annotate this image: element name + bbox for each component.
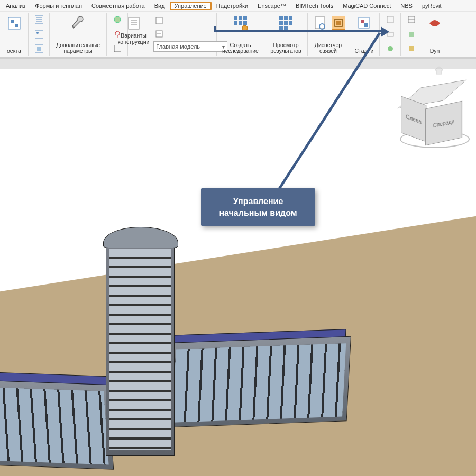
svg-rect-45 [387, 32, 393, 36]
misc4-icon[interactable] [406, 14, 417, 25]
menu-addins[interactable]: Надстройки [212, 2, 253, 10]
study-grid-icon [232, 15, 249, 32]
svg-rect-1 [11, 20, 14, 23]
callout-line2: начальным видом [219, 208, 297, 217]
menu-analysis[interactable]: Анализ [1, 2, 30, 10]
opt2-icon[interactable] [153, 28, 165, 40]
opt1-icon[interactable] [153, 15, 165, 26]
list1-icon[interactable] [33, 14, 45, 25]
svg-rect-26 [234, 21, 237, 25]
list2-icon[interactable] [33, 29, 45, 40]
misc2-icon[interactable] [385, 29, 396, 40]
svg-rect-40 [336, 21, 341, 25]
results-grid-icon [278, 15, 295, 32]
svg-point-29 [242, 25, 248, 31]
svg-rect-30 [279, 16, 283, 20]
view-results-label: Просмотр результатов [270, 42, 301, 54]
list3-icon[interactable] [33, 43, 45, 54]
svg-rect-28 [243, 21, 247, 25]
links-mgr-label: Диспетчер связей [315, 42, 342, 54]
svg-rect-43 [364, 23, 368, 27]
home-icon[interactable] [434, 66, 444, 75]
svg-rect-24 [239, 16, 242, 20]
panel-project: оекта [0, 13, 29, 56]
menu-manage[interactable]: Управление [170, 2, 212, 10]
menu-view[interactable]: Вид [150, 2, 170, 10]
stages-icon [356, 15, 373, 32]
svg-rect-36 [279, 26, 283, 30]
svg-point-8 [36, 32, 39, 34]
svg-rect-37 [284, 26, 288, 30]
misc5-icon[interactable] [406, 29, 417, 40]
panel-design-options: Варианты конструкции Главная модель [128, 13, 217, 56]
svg-rect-20 [156, 17, 162, 24]
menu-collab[interactable]: Совместная работа [87, 2, 150, 10]
stages-label: Стадии [355, 48, 374, 54]
stages-button[interactable] [355, 14, 374, 33]
misc3-icon[interactable] [385, 43, 396, 54]
svg-rect-23 [234, 16, 237, 20]
create-study-label: Создать исследование [222, 42, 259, 54]
main-model-value: Главная модель [156, 43, 200, 50]
links-mgr-button[interactable] [311, 14, 330, 33]
svg-rect-16 [129, 17, 139, 29]
links-page-icon [312, 15, 329, 32]
dynamo-button[interactable] [425, 14, 444, 33]
menu-enscape[interactable]: Enscape™ [253, 2, 291, 10]
svg-rect-7 [35, 30, 43, 39]
viewcube-face-front[interactable]: Спереди [425, 101, 462, 146]
svg-rect-32 [289, 16, 292, 20]
svg-rect-44 [387, 16, 393, 23]
dynamo-label: Dyn [430, 48, 440, 54]
svg-rect-10 [37, 47, 41, 51]
panel-misc2 [401, 13, 422, 56]
options-page-icon [125, 15, 142, 32]
menu-nbs[interactable]: NBS [396, 2, 417, 10]
wrench-icon [70, 15, 87, 32]
svg-rect-49 [409, 32, 414, 37]
add-params-label: Дополнительные параметры [56, 42, 100, 54]
panel-misc1 [380, 13, 401, 56]
initial-view-button[interactable] [332, 16, 345, 30]
menu-mass-site[interactable]: Формы и генплан [30, 2, 87, 10]
misc1-icon[interactable] [385, 14, 396, 25]
dynamo-icon [426, 15, 443, 32]
settings-icon [6, 15, 23, 32]
panel-project-label: оекта [7, 48, 21, 54]
add-params-button[interactable] [69, 14, 88, 33]
project-settings-button[interactable] [5, 14, 24, 33]
view-results-button[interactable] [277, 14, 296, 33]
panel-create-study: Создать исследование [217, 13, 264, 56]
svg-rect-0 [8, 17, 20, 29]
design-options-label: Варианты конструкции [118, 33, 150, 45]
svg-rect-2 [15, 24, 18, 27]
panel-small1 [29, 13, 50, 56]
viewcube[interactable]: Слева Спереди [403, 89, 466, 152]
panel-add-params: Дополнительные параметры [50, 13, 107, 56]
ribbon: оекта Дополнительные параметры Варианты … [0, 12, 476, 57]
view-canvas[interactable]: Слева Спереди [0, 57, 476, 476]
menu-magicad[interactable]: MagiCAD Connect [338, 2, 396, 10]
menu-bimtech[interactable]: BIMTech Tools [291, 2, 338, 10]
menu-bar: Анализ Формы и генплан Совместная работа… [0, 0, 476, 12]
menu-pyrevit[interactable]: pyRevit [417, 2, 446, 10]
design-options-button[interactable]: Варианты конструкции [117, 14, 151, 46]
misc6-icon[interactable] [406, 43, 417, 54]
svg-point-46 [388, 46, 393, 51]
building-model [0, 223, 381, 476]
svg-rect-42 [361, 20, 364, 23]
callout-tooltip: Управление начальным видом [201, 188, 315, 226]
panel-results: Просмотр результатов [264, 13, 308, 56]
svg-rect-50 [409, 46, 414, 51]
create-study-button[interactable] [231, 14, 250, 33]
svg-rect-31 [284, 16, 288, 20]
panel-links: Диспетчер связей [308, 13, 349, 56]
svg-rect-34 [284, 21, 288, 25]
panel-dynamo: Dyn [422, 13, 447, 56]
panel-stages: Стадии [349, 13, 380, 56]
svg-rect-27 [239, 21, 242, 25]
callout-line1: Управление [233, 197, 283, 206]
svg-rect-33 [279, 21, 283, 25]
svg-rect-35 [289, 21, 292, 25]
svg-rect-25 [243, 16, 247, 20]
